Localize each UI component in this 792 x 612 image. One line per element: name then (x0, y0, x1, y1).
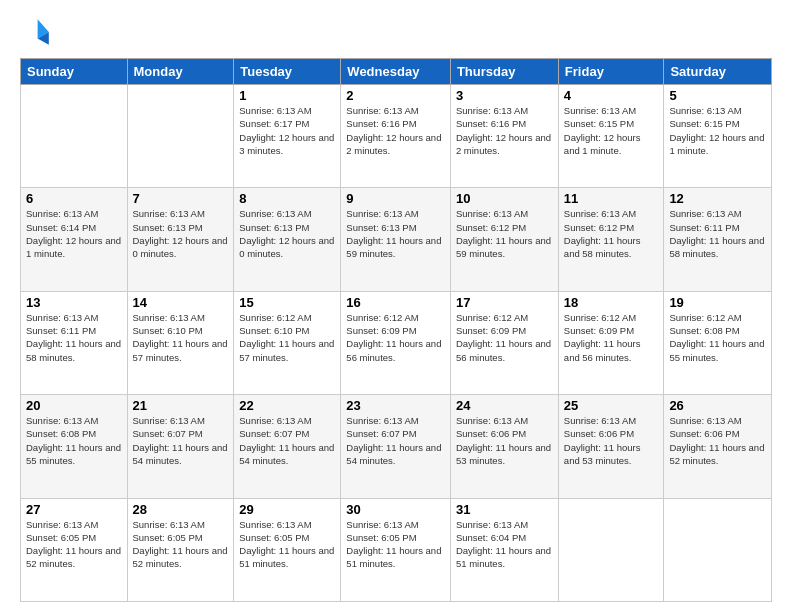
day-number: 21 (133, 398, 229, 413)
day-cell (664, 498, 772, 601)
day-info: Sunrise: 6:12 AM Sunset: 6:09 PM Dayligh… (346, 311, 445, 364)
day-cell: 23Sunrise: 6:13 AM Sunset: 6:07 PM Dayli… (341, 395, 451, 498)
week-row-3: 13Sunrise: 6:13 AM Sunset: 6:11 PM Dayli… (21, 291, 772, 394)
day-cell: 13Sunrise: 6:13 AM Sunset: 6:11 PM Dayli… (21, 291, 128, 394)
col-monday: Monday (127, 59, 234, 85)
day-cell: 3Sunrise: 6:13 AM Sunset: 6:16 PM Daylig… (450, 85, 558, 188)
day-cell: 24Sunrise: 6:13 AM Sunset: 6:06 PM Dayli… (450, 395, 558, 498)
day-cell: 12Sunrise: 6:13 AM Sunset: 6:11 PM Dayli… (664, 188, 772, 291)
day-info: Sunrise: 6:13 AM Sunset: 6:16 PM Dayligh… (456, 104, 553, 157)
day-number: 2 (346, 88, 445, 103)
col-sunday: Sunday (21, 59, 128, 85)
day-number: 8 (239, 191, 335, 206)
day-info: Sunrise: 6:13 AM Sunset: 6:17 PM Dayligh… (239, 104, 335, 157)
col-saturday: Saturday (664, 59, 772, 85)
day-info: Sunrise: 6:13 AM Sunset: 6:07 PM Dayligh… (346, 414, 445, 467)
week-row-1: 1Sunrise: 6:13 AM Sunset: 6:17 PM Daylig… (21, 85, 772, 188)
day-info: Sunrise: 6:13 AM Sunset: 6:15 PM Dayligh… (564, 104, 659, 157)
day-number: 15 (239, 295, 335, 310)
header (20, 16, 772, 48)
day-cell: 31Sunrise: 6:13 AM Sunset: 6:04 PM Dayli… (450, 498, 558, 601)
day-cell: 4Sunrise: 6:13 AM Sunset: 6:15 PM Daylig… (558, 85, 664, 188)
day-number: 20 (26, 398, 122, 413)
day-number: 6 (26, 191, 122, 206)
day-number: 1 (239, 88, 335, 103)
day-info: Sunrise: 6:13 AM Sunset: 6:05 PM Dayligh… (26, 518, 122, 571)
day-number: 17 (456, 295, 553, 310)
day-number: 4 (564, 88, 659, 103)
day-info: Sunrise: 6:12 AM Sunset: 6:09 PM Dayligh… (456, 311, 553, 364)
day-cell (558, 498, 664, 601)
day-cell: 18Sunrise: 6:12 AM Sunset: 6:09 PM Dayli… (558, 291, 664, 394)
day-info: Sunrise: 6:12 AM Sunset: 6:08 PM Dayligh… (669, 311, 766, 364)
logo-icon (20, 16, 52, 48)
day-number: 28 (133, 502, 229, 517)
day-cell: 11Sunrise: 6:13 AM Sunset: 6:12 PM Dayli… (558, 188, 664, 291)
week-row-2: 6Sunrise: 6:13 AM Sunset: 6:14 PM Daylig… (21, 188, 772, 291)
calendar-body: 1Sunrise: 6:13 AM Sunset: 6:17 PM Daylig… (21, 85, 772, 602)
day-number: 26 (669, 398, 766, 413)
day-info: Sunrise: 6:13 AM Sunset: 6:08 PM Dayligh… (26, 414, 122, 467)
day-cell: 22Sunrise: 6:13 AM Sunset: 6:07 PM Dayli… (234, 395, 341, 498)
day-number: 31 (456, 502, 553, 517)
day-cell (21, 85, 128, 188)
day-cell (127, 85, 234, 188)
day-cell: 9Sunrise: 6:13 AM Sunset: 6:13 PM Daylig… (341, 188, 451, 291)
day-number: 30 (346, 502, 445, 517)
day-info: Sunrise: 6:13 AM Sunset: 6:05 PM Dayligh… (133, 518, 229, 571)
day-info: Sunrise: 6:12 AM Sunset: 6:09 PM Dayligh… (564, 311, 659, 364)
day-info: Sunrise: 6:13 AM Sunset: 6:06 PM Dayligh… (669, 414, 766, 467)
day-info: Sunrise: 6:13 AM Sunset: 6:07 PM Dayligh… (133, 414, 229, 467)
logo (20, 16, 56, 48)
day-cell: 28Sunrise: 6:13 AM Sunset: 6:05 PM Dayli… (127, 498, 234, 601)
calendar-table: Sunday Monday Tuesday Wednesday Thursday… (20, 58, 772, 602)
col-tuesday: Tuesday (234, 59, 341, 85)
day-number: 13 (26, 295, 122, 310)
day-number: 24 (456, 398, 553, 413)
day-cell: 20Sunrise: 6:13 AM Sunset: 6:08 PM Dayli… (21, 395, 128, 498)
week-row-5: 27Sunrise: 6:13 AM Sunset: 6:05 PM Dayli… (21, 498, 772, 601)
day-number: 29 (239, 502, 335, 517)
day-number: 14 (133, 295, 229, 310)
day-number: 9 (346, 191, 445, 206)
day-number: 16 (346, 295, 445, 310)
day-cell: 17Sunrise: 6:12 AM Sunset: 6:09 PM Dayli… (450, 291, 558, 394)
day-cell: 26Sunrise: 6:13 AM Sunset: 6:06 PM Dayli… (664, 395, 772, 498)
day-number: 23 (346, 398, 445, 413)
day-cell: 6Sunrise: 6:13 AM Sunset: 6:14 PM Daylig… (21, 188, 128, 291)
day-number: 10 (456, 191, 553, 206)
day-info: Sunrise: 6:13 AM Sunset: 6:10 PM Dayligh… (133, 311, 229, 364)
day-cell: 10Sunrise: 6:13 AM Sunset: 6:12 PM Dayli… (450, 188, 558, 291)
page: Sunday Monday Tuesday Wednesday Thursday… (0, 0, 792, 612)
day-cell: 8Sunrise: 6:13 AM Sunset: 6:13 PM Daylig… (234, 188, 341, 291)
day-info: Sunrise: 6:13 AM Sunset: 6:07 PM Dayligh… (239, 414, 335, 467)
day-info: Sunrise: 6:13 AM Sunset: 6:12 PM Dayligh… (564, 207, 659, 260)
day-number: 7 (133, 191, 229, 206)
day-cell: 16Sunrise: 6:12 AM Sunset: 6:09 PM Dayli… (341, 291, 451, 394)
day-cell: 2Sunrise: 6:13 AM Sunset: 6:16 PM Daylig… (341, 85, 451, 188)
day-cell: 25Sunrise: 6:13 AM Sunset: 6:06 PM Dayli… (558, 395, 664, 498)
col-friday: Friday (558, 59, 664, 85)
day-info: Sunrise: 6:13 AM Sunset: 6:15 PM Dayligh… (669, 104, 766, 157)
day-info: Sunrise: 6:13 AM Sunset: 6:06 PM Dayligh… (456, 414, 553, 467)
day-cell: 7Sunrise: 6:13 AM Sunset: 6:13 PM Daylig… (127, 188, 234, 291)
day-info: Sunrise: 6:13 AM Sunset: 6:05 PM Dayligh… (239, 518, 335, 571)
day-info: Sunrise: 6:13 AM Sunset: 6:13 PM Dayligh… (133, 207, 229, 260)
day-number: 18 (564, 295, 659, 310)
day-info: Sunrise: 6:13 AM Sunset: 6:11 PM Dayligh… (26, 311, 122, 364)
header-row: Sunday Monday Tuesday Wednesday Thursday… (21, 59, 772, 85)
week-row-4: 20Sunrise: 6:13 AM Sunset: 6:08 PM Dayli… (21, 395, 772, 498)
day-cell: 29Sunrise: 6:13 AM Sunset: 6:05 PM Dayli… (234, 498, 341, 601)
day-cell: 1Sunrise: 6:13 AM Sunset: 6:17 PM Daylig… (234, 85, 341, 188)
col-wednesday: Wednesday (341, 59, 451, 85)
day-number: 22 (239, 398, 335, 413)
day-cell: 15Sunrise: 6:12 AM Sunset: 6:10 PM Dayli… (234, 291, 341, 394)
day-info: Sunrise: 6:13 AM Sunset: 6:13 PM Dayligh… (239, 207, 335, 260)
col-thursday: Thursday (450, 59, 558, 85)
day-info: Sunrise: 6:13 AM Sunset: 6:12 PM Dayligh… (456, 207, 553, 260)
day-cell: 5Sunrise: 6:13 AM Sunset: 6:15 PM Daylig… (664, 85, 772, 188)
day-cell: 14Sunrise: 6:13 AM Sunset: 6:10 PM Dayli… (127, 291, 234, 394)
day-number: 12 (669, 191, 766, 206)
day-info: Sunrise: 6:13 AM Sunset: 6:05 PM Dayligh… (346, 518, 445, 571)
day-cell: 21Sunrise: 6:13 AM Sunset: 6:07 PM Dayli… (127, 395, 234, 498)
